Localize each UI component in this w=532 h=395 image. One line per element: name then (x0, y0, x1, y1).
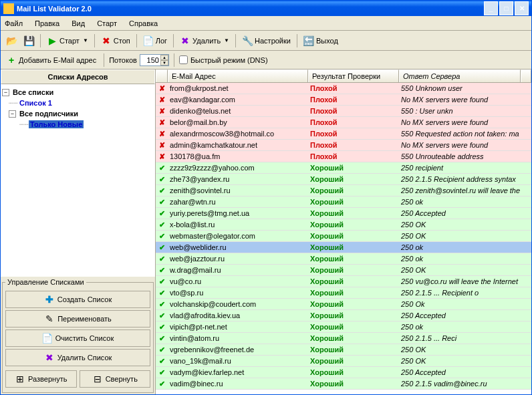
collapse-icon: ⊟ (92, 374, 103, 384)
cell-result: Хороший (308, 289, 399, 297)
open-button[interactable]: 📂 (3, 33, 19, 49)
start-button[interactable]: ▶Старт▼ (44, 33, 91, 49)
menu-file[interactable]: Файл (5, 19, 23, 27)
grid-row[interactable]: ✔yuriy.perets@tmg.net.uaХороший250 Accep… (156, 208, 531, 219)
cell-response: 250 ok (399, 323, 531, 331)
col-response[interactable]: Ответ Сервера (399, 70, 521, 82)
grid-row[interactable]: ✔vadym@kiev.farlep.netХороший250 Accepte… (156, 367, 531, 378)
create-list-button[interactable]: ✚Создать Список (5, 291, 150, 308)
cell-status: ✔ (156, 368, 168, 377)
grid-row[interactable]: ✔zahar@wtn.ruХороший250 ok (156, 196, 531, 208)
tree-root[interactable]: − Все списки (2, 87, 154, 98)
cell-email: 130178@ua.fm (168, 152, 308, 160)
delete-list-button[interactable]: ✖Удалить Список (5, 349, 150, 366)
grid-row[interactable]: ✘eav@kandagar.comПлохойNo MX servers wer… (156, 94, 531, 106)
grid-row[interactable]: ✔zzzz9z9zzzz@yahoo.comХороший250 recipie… (156, 162, 531, 174)
cell-email: vadym@kiev.farlep.net (168, 368, 308, 376)
lists-tree[interactable]: − Все списки ┈┈ Список 1 − Все подписчик… (1, 84, 155, 277)
close-button[interactable]: ✕ (515, 1, 529, 15)
grid-row[interactable]: ✔w.drag@mail.ruХороший250 OK (156, 265, 531, 276)
cell-status: ✘ (156, 107, 168, 116)
grid-row[interactable]: ✔web@weblider.ruХороший250 ok (156, 242, 531, 253)
threads-spinner[interactable]: ▲▼ (140, 54, 169, 66)
grid-row[interactable]: ✔volchanskip@coudert.comХороший250 Ok (156, 299, 531, 310)
grid-row[interactable]: ✔vgrebennikov@freenet.deХороший250 OK (156, 344, 531, 356)
bad-icon: ✘ (159, 96, 165, 104)
menu-help[interactable]: Справка (129, 19, 158, 27)
good-icon: ✔ (159, 357, 165, 365)
cell-status: ✔ (156, 277, 168, 286)
cell-response: 250 recipient (399, 164, 531, 172)
cell-response: 250 OK (399, 221, 531, 229)
grid-body[interactable]: ✘from@ukrpost.netПлохой550 Unknown user✘… (156, 83, 531, 394)
grid-row[interactable]: ✔vipich@pt-net.netХороший250 ok (156, 321, 531, 333)
add-email-button[interactable]: +Добавить E-Mail адрес (3, 52, 99, 68)
cell-response: 250 Accepted (399, 311, 531, 319)
minimize-button[interactable]: _ (484, 1, 498, 15)
grid-row[interactable]: ✘admin@kamchatkatour.netПлохойNo MX serv… (156, 140, 531, 151)
collapse-button[interactable]: ⊟Свернуть (80, 370, 151, 388)
good-icon: ✔ (159, 209, 165, 217)
maximize-button[interactable]: □ (499, 1, 513, 15)
cell-result: Хороший (308, 209, 399, 217)
tree-new-only-label: Только Новые (29, 120, 84, 128)
exit-button[interactable]: 🔚Выход (301, 33, 341, 49)
tree-line: ┈┈ (9, 99, 18, 108)
grid-row[interactable]: ✔zenith@sovintel.ruХороший250 zenith@sov… (156, 185, 531, 196)
cell-email: yuriy.perets@tmg.net.ua (168, 209, 308, 217)
delete-button[interactable]: ✖Удалить▼ (177, 33, 232, 49)
grid-row[interactable]: ✘130178@ua.fmПлохой550 Unrouteable addre… (156, 151, 531, 162)
grid-row[interactable]: ✔web@jazztour.ruХороший250 ok (156, 253, 531, 265)
grid-row[interactable]: ✔webmaster@olegator.comХороший250 OK (156, 231, 531, 242)
grid-row[interactable]: ✔zhe73@yandex.ruХороший250 2.1.5 Recipie… (156, 174, 531, 185)
rename-list-button[interactable]: ✎Переименовать (5, 310, 150, 327)
stop-button[interactable]: ✖Стоп (98, 33, 133, 49)
cell-result: Плохой (308, 96, 399, 104)
spin-up[interactable]: ▲ (160, 55, 168, 60)
exit-icon: 🔚 (303, 35, 314, 46)
cell-status: ✔ (156, 357, 168, 366)
grid-row[interactable]: ✔vto@sp.ruХороший250 2.1.5 ... Recipient… (156, 287, 531, 299)
cell-email: vu@co.ru (168, 277, 308, 285)
menu-start[interactable]: Старт (97, 19, 117, 27)
menu-edit[interactable]: Правка (35, 19, 59, 27)
list-mgmt-legend: Управление Списками (5, 278, 86, 286)
col-result[interactable]: Результат Проверки (308, 70, 399, 82)
log-label: Лог (156, 37, 167, 45)
spin-down[interactable]: ▼ (160, 60, 168, 65)
grid-row[interactable]: ✔vadim@binec.ruХороший250 2.1.5 vadim@bi… (156, 378, 531, 390)
grid-row[interactable]: ✔vu@co.ruХороший250 vu@co.ru will leave … (156, 276, 531, 287)
tree-new-only[interactable]: ┈┈ Только Новые (2, 119, 154, 130)
cell-response: 250 Accepted (399, 368, 531, 376)
menu-view[interactable]: Вид (72, 19, 85, 27)
fast-mode-checkbox[interactable] (179, 55, 188, 64)
grid-row[interactable]: ✘alexandrmoscow38@hotmail.coПлохой550 Re… (156, 128, 531, 140)
dropdown-icon: ▼ (83, 37, 88, 43)
collapse-icon[interactable]: − (9, 110, 16, 118)
settings-button[interactable]: 🔧Настройки (239, 33, 293, 49)
col-status[interactable] (156, 70, 168, 82)
separator (136, 34, 137, 47)
cell-response: 250 OK (399, 232, 531, 240)
grid-row[interactable]: ✔vintin@atom.ruХороший250 2.1.5 ... Reci (156, 333, 531, 344)
grid-row[interactable]: ✔vano_19k@mail.ruХороший250 OK (156, 356, 531, 367)
expand-button[interactable]: ⊞Развернуть (5, 370, 77, 388)
clear-list-button[interactable]: 📄Очистить Список (5, 330, 150, 347)
save-button[interactable]: 💾 (21, 33, 37, 49)
col-email[interactable]: E-Mail Адрес (168, 70, 308, 82)
log-button[interactable]: 📄Лог (140, 33, 170, 49)
grid-row[interactable]: ✘from@ukrpost.netПлохой550 Unknown user (156, 83, 531, 94)
grid-row[interactable]: ✔vlad@afrodita.kiev.uaХороший250 Accepte… (156, 310, 531, 321)
exit-label: Выход (316, 37, 338, 45)
tree-list1[interactable]: ┈┈ Список 1 (2, 98, 154, 108)
cell-result: Хороший (308, 186, 399, 194)
collapse-icon[interactable]: − (2, 89, 9, 96)
grid-row[interactable]: ✘belor@mail.bn.byПлохойNo MX servers wer… (156, 117, 531, 128)
stop-label: Стоп (114, 37, 130, 45)
cell-response: 250 OK (399, 266, 531, 274)
cell-result: Хороший (308, 368, 399, 376)
grid-row[interactable]: ✘didenko@telus.netПлохой550 : User unkn (156, 106, 531, 117)
cell-result: Хороший (308, 232, 399, 240)
tree-subs[interactable]: − Все подписчики (2, 108, 154, 119)
grid-row[interactable]: ✔x-bola@list.ruХороший250 OK (156, 219, 531, 231)
